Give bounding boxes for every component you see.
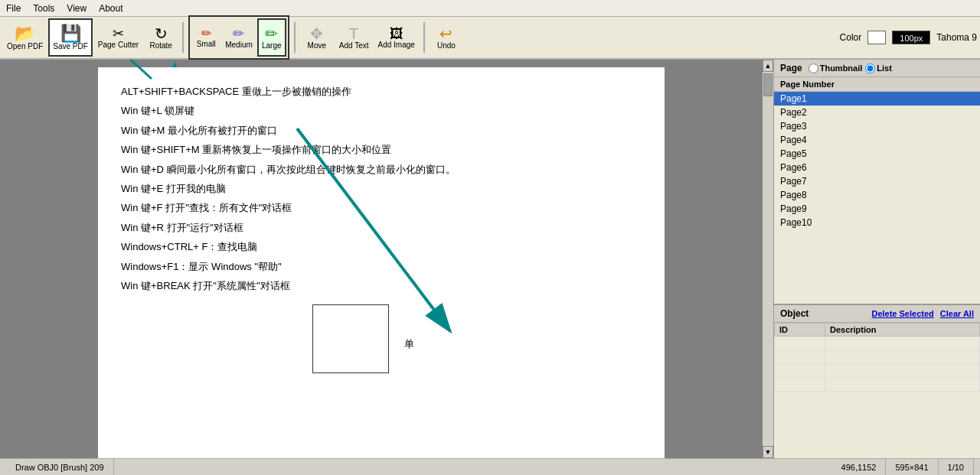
line-5: Win 键+D 瞬间最小化所有窗口，再次按此组合键时恢复之前最小化的窗口。 — [121, 161, 642, 178]
table-row — [775, 350, 980, 364]
page-info: 1/10 — [948, 463, 964, 472]
line-10: Windows+F1：显示 Windows "帮助" — [121, 258, 642, 275]
page-list-item-10[interactable]: Page10 — [774, 216, 980, 229]
medium-brush-icon: ✏ — [233, 27, 244, 41]
page-cutter-label: Page Cutter — [98, 41, 139, 49]
main-area: ALT+SHIFT+BACKSPACE 重做上一步被撤销的操作 Win 键+L … — [0, 60, 980, 458]
toolbar-arrow-svg — [67, 60, 175, 83]
list-radio[interactable]: List — [865, 63, 892, 73]
small-brush-icon: ✏ — [201, 28, 211, 40]
page-info-segment: 1/10 — [939, 459, 974, 475]
line-9: Windows+CTRL+ F：查找电脑 — [121, 238, 642, 255]
page-panel: Page Thumbnail List Page Number Page1Pag… — [774, 60, 980, 305]
add-image-button[interactable]: 🖼 Add Image — [374, 18, 419, 57]
move-label: Move — [308, 41, 326, 50]
page-cutter-button[interactable]: ✂ Page Cutter — [94, 18, 142, 57]
separator-1 — [182, 22, 184, 53]
object-table: ID Description — [774, 323, 980, 392]
small-brush-label: Small — [197, 40, 216, 48]
page-list-item-5[interactable]: Page5 — [774, 147, 980, 161]
page-list-item-8[interactable]: Page8 — [774, 188, 980, 202]
list-label: List — [877, 63, 892, 73]
dimensions-display: 595×841 — [895, 463, 928, 472]
table-row — [775, 337, 980, 350]
page-number-column: Page Number — [780, 80, 835, 89]
page-list-item-2[interactable]: Page2 — [774, 106, 980, 119]
canvas-area[interactable]: ALT+SHIFT+BACKSPACE 重做上一步被撤销的操作 Win 键+L … — [0, 60, 763, 458]
page-panel-header: Page Thumbnail List — [774, 60, 980, 77]
list-radio-input[interactable] — [865, 63, 875, 73]
font-size-display: 100px — [892, 31, 930, 44]
undo-icon: ↩ — [439, 26, 452, 41]
move-button[interactable]: ✥ Move — [300, 18, 334, 57]
rotate-button[interactable]: ↻ Rotate — [144, 18, 178, 57]
brush-group: ✏ Small ✏ Medium ✏ Large — [188, 15, 289, 60]
page-list[interactable]: Page1Page2Page3Page4Page5Page6Page7Page8… — [774, 92, 980, 304]
open-pdf-button[interactable]: 📂 Open PDF — [3, 18, 47, 57]
object-panel: Object Delete Selected Clear All ID Desc… — [774, 305, 980, 458]
right-panel: Page Thumbnail List Page Number Page1Pag… — [773, 60, 980, 458]
object-desc-header: Description — [825, 324, 979, 337]
rotate-icon: ↻ — [155, 26, 168, 41]
view-mode-group: Thumbnail List — [808, 63, 892, 73]
page-list-header: Page Number — [774, 77, 980, 92]
save-pdf-label: Save PDF — [53, 42, 88, 50]
open-pdf-label: Open PDF — [7, 42, 43, 50]
scroll-thumb[interactable] — [763, 73, 773, 96]
menu-about[interactable]: About — [93, 2, 129, 15]
menubar: File Tools View About — [0, 0, 980, 17]
object-panel-actions: Delete Selected Clear All — [871, 309, 974, 318]
add-image-label: Add Image — [378, 41, 415, 49]
font-name-label: Tahoma 9 — [936, 32, 977, 43]
dimensions-segment: 595×841 — [886, 459, 938, 475]
add-image-icon: 🖼 — [390, 27, 403, 41]
save-pdf-icon: 💾 — [60, 25, 81, 42]
line-7: Win 键+F 打开"查找：所有文件"对话框 — [121, 199, 642, 216]
clear-all-button[interactable]: Clear All — [940, 309, 974, 318]
scroll-down-button[interactable]: ▼ — [763, 446, 773, 458]
thumbnail-radio[interactable]: Thumbnail — [808, 63, 863, 73]
color-swatch[interactable] — [867, 31, 886, 44]
menu-file[interactable]: File — [0, 2, 27, 15]
open-pdf-icon: 📂 — [15, 25, 35, 42]
line-8: Win 键+R 打开"运行"对话框 — [121, 219, 642, 236]
page-cutter-icon: ✂ — [113, 27, 124, 41]
color-label: Color — [840, 32, 862, 43]
add-text-button[interactable]: T Add Text — [335, 18, 373, 57]
move-icon: ✥ — [310, 26, 323, 41]
menu-tools[interactable]: Tools — [27, 2, 60, 15]
page-list-item-7[interactable]: Page7 — [774, 174, 980, 188]
undo-label: Undo — [437, 41, 456, 50]
scroll-up-button[interactable]: ▲ — [763, 60, 773, 72]
line-2: Win 键+L 锁屏键 — [121, 102, 642, 119]
vertical-scrollbar[interactable]: ▲ ▼ — [763, 60, 773, 458]
add-text-label: Add Text — [339, 41, 369, 50]
drawn-rectangle — [312, 304, 389, 373]
coords-segment: 496,1152 — [832, 459, 887, 475]
medium-brush-button[interactable]: ✏ Medium — [222, 18, 256, 57]
coords-display: 496,1152 — [841, 463, 877, 472]
table-row — [775, 364, 980, 378]
large-brush-label: Large — [262, 41, 282, 50]
line-1: ALT+SHIFT+BACKSPACE 重做上一步被撤销的操作 — [121, 83, 642, 100]
small-brush-button[interactable]: ✏ Small — [191, 18, 220, 57]
undo-button[interactable]: ↩ Undo — [430, 18, 463, 57]
page-list-item-6[interactable]: Page6 — [774, 161, 980, 174]
table-row — [775, 378, 980, 392]
toolbar-right: Color 100px Tahoma 9 — [840, 31, 977, 44]
page-list-item-4[interactable]: Page4 — [774, 133, 980, 147]
save-pdf-button[interactable]: 💾 Save PDF — [48, 18, 93, 57]
delete-selected-button[interactable]: Delete Selected — [871, 309, 933, 318]
draw-info: Draw OBJ0 [Brush] 209 — [15, 463, 104, 472]
medium-brush-label: Medium — [225, 41, 253, 49]
page-list-item-1[interactable]: Page1 — [774, 92, 980, 106]
line-11: Win 键+BREAK 打开"系统属性"对话框 — [121, 277, 642, 294]
thumbnail-radio-input[interactable] — [808, 63, 818, 73]
page-list-item-3[interactable]: Page3 — [774, 119, 980, 133]
large-brush-button[interactable]: ✏ Large — [257, 18, 286, 57]
menu-view[interactable]: View — [60, 2, 93, 15]
statusbar: Draw OBJ0 [Brush] 209 496,1152 595×841 1… — [0, 458, 980, 475]
page-list-item-9[interactable]: Page9 — [774, 202, 980, 216]
extra-text: 单 — [404, 335, 414, 353]
add-text-icon: T — [349, 26, 358, 41]
